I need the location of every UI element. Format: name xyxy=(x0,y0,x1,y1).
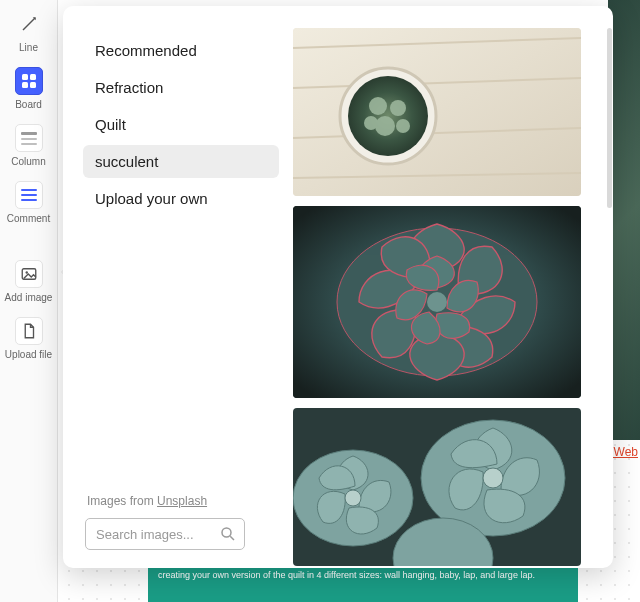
tool-label: Add image xyxy=(5,292,53,303)
svg-point-28 xyxy=(483,468,503,488)
tool-upload-file[interactable]: Upload file xyxy=(0,311,58,368)
svg-point-15 xyxy=(369,97,387,115)
left-toolbar: Line Board Column Comment xyxy=(0,0,58,602)
image-icon xyxy=(15,260,43,288)
category-upload-own[interactable]: Upload your own xyxy=(83,182,279,215)
svg-point-26 xyxy=(345,490,361,506)
scrollbar[interactable] xyxy=(607,28,612,208)
tool-comment[interactable]: Comment xyxy=(0,175,58,232)
tool-label: Board xyxy=(15,99,42,110)
background-green-card: creating your own version of the quilt i… xyxy=(148,564,578,602)
image-picker-modal: Recommended Refraction Quilt succulent U… xyxy=(63,6,613,568)
tool-column[interactable]: Column xyxy=(0,118,58,175)
image-results xyxy=(293,6,613,568)
svg-point-17 xyxy=(375,116,395,136)
svg-rect-1 xyxy=(30,74,36,80)
line-icon xyxy=(15,10,43,38)
svg-point-23 xyxy=(427,292,447,312)
category-succulent[interactable]: succulent xyxy=(83,145,279,178)
tool-label: Line xyxy=(19,42,38,53)
tool-label: Column xyxy=(11,156,45,167)
tool-label: Upload file xyxy=(5,349,52,360)
tool-line[interactable]: Line xyxy=(0,4,58,61)
category-quilt[interactable]: Quilt xyxy=(83,108,279,141)
svg-rect-3 xyxy=(30,82,36,88)
attribution-prefix: Images from xyxy=(87,494,157,508)
tool-add-image[interactable]: Add image xyxy=(0,254,58,311)
category-recommended[interactable]: Recommended xyxy=(83,34,279,67)
attribution-link[interactable]: Unsplash xyxy=(157,494,207,508)
svg-point-18 xyxy=(396,119,410,133)
svg-point-16 xyxy=(390,100,406,116)
comment-icon xyxy=(15,181,43,209)
category-list: Recommended Refraction Quilt succulent U… xyxy=(83,34,279,219)
modal-sidebar: Recommended Refraction Quilt succulent U… xyxy=(63,6,293,568)
svg-point-14 xyxy=(348,76,428,156)
category-refraction[interactable]: Refraction xyxy=(83,71,279,104)
svg-point-5 xyxy=(25,271,27,273)
svg-rect-0 xyxy=(22,74,28,80)
svg-point-19 xyxy=(364,116,378,130)
image-result-1[interactable] xyxy=(293,28,581,196)
tool-label: Comment xyxy=(7,213,50,224)
image-result-3[interactable] xyxy=(293,408,581,566)
image-result-2[interactable] xyxy=(293,206,581,398)
green-card-text: creating your own version of the quilt i… xyxy=(158,570,535,580)
column-icon xyxy=(15,124,43,152)
attribution-text: Images from Unsplash xyxy=(83,494,279,508)
tool-board[interactable]: Board xyxy=(0,61,58,118)
board-icon xyxy=(15,67,43,95)
file-icon xyxy=(15,317,43,345)
search-wrap xyxy=(85,518,245,550)
search-input[interactable] xyxy=(85,518,245,550)
svg-rect-2 xyxy=(22,82,28,88)
